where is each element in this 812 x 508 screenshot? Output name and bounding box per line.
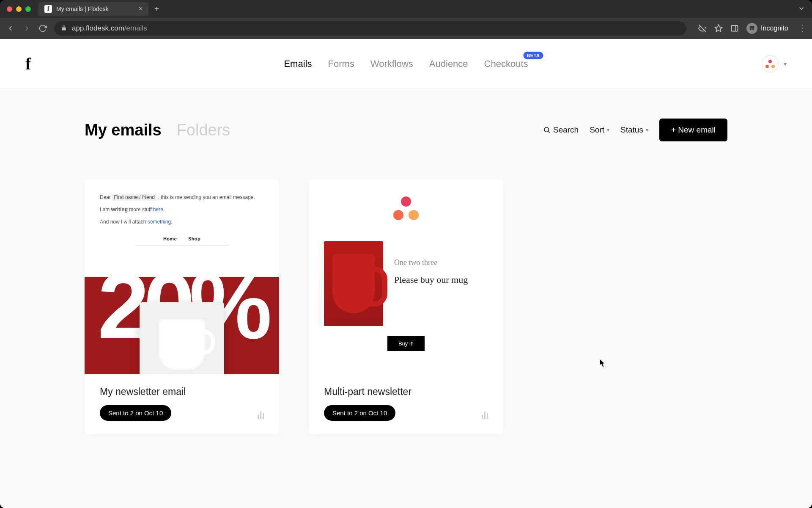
preview-text: , this is me sending you an email messag… bbox=[158, 194, 255, 200]
browser-menu-button[interactable]: ⋮ bbox=[798, 24, 806, 33]
svg-line-7 bbox=[548, 131, 549, 133]
status-badge: Sent to 2 on Oct 10 bbox=[324, 405, 395, 421]
nav-audience[interactable]: Audience bbox=[429, 58, 468, 69]
close-window-button[interactable] bbox=[7, 6, 12, 12]
back-button[interactable] bbox=[6, 24, 15, 33]
preview-headline: Please buy our mug bbox=[394, 273, 488, 286]
tab-favicon-icon: f bbox=[44, 5, 52, 13]
preview-merge-field: First name / friend bbox=[112, 194, 156, 201]
svg-point-4 bbox=[750, 28, 752, 30]
window-controls bbox=[7, 6, 31, 12]
brand-logo-icon bbox=[393, 196, 419, 220]
preview-text: I am bbox=[100, 207, 111, 213]
beta-badge: BETA bbox=[523, 52, 543, 59]
tab-folders[interactable]: Folders bbox=[177, 121, 230, 139]
forward-button[interactable] bbox=[22, 24, 31, 33]
status-badge: Sent to 2 on Oct 10 bbox=[100, 405, 171, 421]
close-tab-button[interactable]: × bbox=[139, 5, 143, 13]
tabs-overflow-button[interactable] bbox=[798, 5, 805, 14]
app-header: f Emails Forms Workflows Audience Checko… bbox=[0, 39, 812, 89]
brand-logo[interactable]: f bbox=[25, 54, 31, 74]
mug-image bbox=[140, 302, 224, 374]
side-panel-icon[interactable] bbox=[730, 24, 739, 33]
svg-point-6 bbox=[544, 127, 549, 132]
preview-nav: Home Shop bbox=[100, 236, 264, 241]
preview-text: writing bbox=[111, 207, 128, 213]
nav-forms[interactable]: Forms bbox=[328, 58, 354, 69]
tab-title: My emails | Flodesk bbox=[56, 6, 108, 12]
email-preview-thumbnail: Dear First name / friend , this is me se… bbox=[85, 179, 279, 374]
svg-rect-2 bbox=[732, 25, 738, 31]
chevron-down-icon: ▾ bbox=[646, 127, 648, 133]
analytics-icon[interactable] bbox=[258, 411, 264, 419]
avatar-icon bbox=[765, 60, 775, 68]
preview-nav-item: Shop bbox=[188, 236, 200, 241]
divider bbox=[135, 246, 228, 246]
tab-my-emails[interactable]: My emails bbox=[85, 121, 162, 139]
product-image bbox=[324, 241, 383, 326]
svg-marker-1 bbox=[715, 25, 722, 32]
email-card[interactable]: One two three Please buy our mug Buy it!… bbox=[309, 179, 503, 434]
preview-text: . bbox=[163, 207, 165, 213]
preview-hero-image: 20% bbox=[85, 277, 279, 374]
incognito-indicator[interactable]: Incognito bbox=[746, 23, 788, 34]
browser-tab[interactable]: f My emails | Flodesk × bbox=[38, 2, 148, 16]
status-dropdown[interactable]: Status ▾ bbox=[620, 125, 648, 135]
email-title: Multi-part newsletter bbox=[324, 386, 488, 398]
new-email-button[interactable]: + New email bbox=[659, 119, 727, 141]
url-host: app.flodesk.com bbox=[72, 24, 124, 32]
reload-button[interactable] bbox=[38, 24, 47, 33]
email-card[interactable]: Dear First name / friend , this is me se… bbox=[85, 179, 279, 434]
email-cards-grid: Dear First name / friend , this is me se… bbox=[85, 179, 727, 434]
search-label: Search bbox=[553, 125, 579, 135]
search-icon bbox=[543, 126, 551, 134]
lock-icon bbox=[61, 25, 67, 32]
preview-text: more stuff bbox=[128, 207, 153, 213]
new-tab-button[interactable]: + bbox=[154, 4, 159, 14]
email-preview-thumbnail: One two three Please buy our mug Buy it! bbox=[309, 179, 503, 374]
primary-nav: Emails Forms Workflows Audience Checkout… bbox=[284, 58, 528, 69]
chevron-down-icon: ▾ bbox=[784, 61, 787, 67]
preview-link: something bbox=[148, 219, 171, 225]
url-path: /emails bbox=[124, 24, 147, 32]
sort-dropdown[interactable]: Sort ▾ bbox=[590, 125, 609, 135]
svg-point-5 bbox=[752, 28, 754, 30]
incognito-icon bbox=[746, 23, 757, 34]
preview-cta-button: Buy it! bbox=[387, 336, 425, 351]
search-button[interactable]: Search bbox=[543, 125, 579, 135]
nav-checkouts-label: Checkouts bbox=[484, 58, 528, 69]
preview-link: here bbox=[153, 207, 163, 213]
chevron-down-icon: ▾ bbox=[607, 127, 609, 133]
preview-text: . bbox=[171, 219, 172, 225]
address-bar[interactable]: app.flodesk.com/emails bbox=[54, 21, 686, 36]
nav-workflows[interactable]: Workflows bbox=[370, 58, 413, 69]
analytics-icon[interactable] bbox=[482, 411, 488, 419]
minimize-window-button[interactable] bbox=[16, 6, 22, 12]
browser-titlebar: f My emails | Flodesk × + bbox=[0, 0, 812, 18]
preview-tagline: One two three bbox=[394, 258, 488, 268]
browser-toolbar: app.flodesk.com/emails Incognito ⋮ bbox=[0, 18, 812, 39]
page-header: My emails Folders Search Sort ▾ Status ▾ bbox=[85, 119, 727, 141]
preview-text: Dear bbox=[100, 194, 112, 200]
eye-off-icon[interactable] bbox=[698, 24, 707, 33]
preview-nav-item: Home bbox=[163, 236, 177, 241]
email-title: My newsletter email bbox=[100, 386, 264, 398]
incognito-label: Incognito bbox=[761, 25, 788, 32]
status-label: Status bbox=[620, 125, 643, 135]
preview-text: And now I will attach bbox=[100, 219, 148, 225]
sort-label: Sort bbox=[590, 125, 604, 135]
nav-emails[interactable]: Emails bbox=[284, 58, 312, 69]
bookmark-star-icon[interactable] bbox=[714, 24, 723, 33]
nav-checkouts[interactable]: Checkouts BETA bbox=[484, 58, 528, 69]
maximize-window-button[interactable] bbox=[25, 6, 31, 12]
account-menu-button[interactable] bbox=[762, 55, 779, 72]
